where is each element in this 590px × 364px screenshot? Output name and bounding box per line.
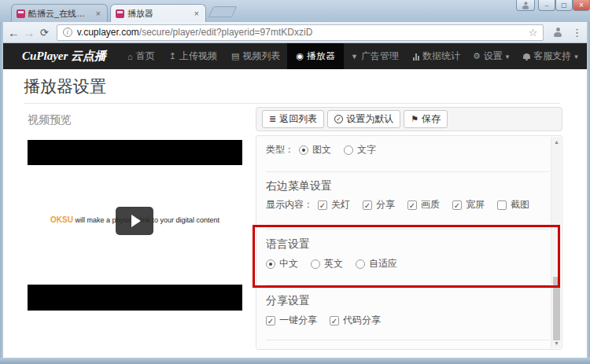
checkbox-icon[interactable]: [363, 200, 372, 210]
save-button[interactable]: ⚑ 保存: [404, 110, 448, 128]
site-logo[interactable]: CuPlayer 云点播: [0, 49, 120, 64]
letterbox-top: [28, 140, 242, 165]
checkbox-icon[interactable]: [330, 316, 339, 325]
video-preview: OKSU will make a physical link to your d…: [28, 132, 242, 350]
profile-button[interactable]: [516, 0, 535, 11]
nav-item-upload[interactable]: ↥ 上传视频: [162, 43, 224, 69]
site-navbar: CuPlayer 云点播 ⌂ 首页 ↥ 上传视频 ▤ 视频列表 ◉ 播放器 ▼ …: [0, 43, 590, 69]
display-content-label: 显示内容：: [266, 198, 313, 211]
url-path: /secure/player/edit?playerid=97mtKDxziD: [139, 27, 312, 38]
person-icon: [522, 2, 529, 9]
radio-option-zishiying[interactable]: 自适应: [356, 257, 397, 270]
language-title: 语言设置: [266, 237, 310, 252]
navbar-right: ⚙ 设置 ▾ 客服支持 ▾ 3048646311@qq... ▾: [467, 43, 590, 69]
checkbox-option-jietu[interactable]: 截图: [497, 198, 529, 211]
radio-icon[interactable]: [344, 145, 353, 155]
checkbox-option-huazhi[interactable]: 画质: [407, 198, 440, 211]
browser-tab-1[interactable]: 酷播云_在线视频全终端… ×: [11, 4, 108, 22]
checkbox-option-fenxiang[interactable]: 分享: [363, 198, 395, 211]
window-titlebar: 酷播云_在线视频全终端… × 播放器 × – ▢ ×: [0, 0, 590, 22]
play-button[interactable]: [116, 207, 153, 235]
right-menu-row: 显示内容： 关灯 分享 画质 宽屏 截图: [266, 198, 537, 211]
radio-icon[interactable]: [266, 259, 275, 269]
radio-option-zhongwen[interactable]: 中文: [266, 257, 298, 270]
checkbox-icon[interactable]: [452, 200, 462, 210]
window-edge: [0, 22, 3, 358]
browser-tab-2[interactable]: 播放器 ×: [110, 4, 206, 22]
back-icon[interactable]: ←: [6, 26, 21, 39]
share-title: 分享设置: [266, 294, 310, 308]
divider: [266, 285, 549, 285]
radio-icon[interactable]: [356, 259, 365, 269]
set-default-button[interactable]: ✓ 设置为默认: [327, 110, 400, 128]
window-edge: [587, 22, 590, 358]
ok-circle-icon: ✓: [334, 115, 343, 123]
checkbox-option-yijianfenxiang[interactable]: 一键分享: [266, 314, 317, 327]
radio-option-tuwen[interactable]: 图文: [299, 143, 331, 156]
back-to-list-button[interactable]: ≣ 返回列表: [262, 110, 324, 128]
type-label: 类型：: [266, 143, 294, 156]
chevron-down-icon: ▾: [574, 53, 578, 61]
url-host: v.cuplayer.com: [77, 27, 139, 38]
checkbox-option-kuanping[interactable]: 宽屏: [452, 198, 485, 211]
nav-item-support[interactable]: 客服支持 ▾: [518, 43, 584, 69]
bell-icon: [523, 53, 530, 61]
profile-icon[interactable]: [553, 28, 562, 37]
radio-option-wenzi[interactable]: 文字: [344, 143, 376, 156]
bookmark-star-icon[interactable]: ☆: [529, 27, 538, 39]
browser-toolbar: ← → ⟳ i v.cuplayer.com/secure/player/edi…: [0, 22, 590, 43]
nav-item-ads[interactable]: ▼ 广告管理: [344, 43, 406, 69]
checkbox-option-guangdeng[interactable]: 关灯: [318, 198, 350, 211]
settings-panel: 类型： 图文 文字 右边菜单设置 显示内容： 关灯 分享: [256, 135, 562, 350]
panel-action-bar: ≣ 返回列表 ✓ 设置为默认 ⚑ 保存: [256, 107, 562, 131]
letterbox-bottom: [28, 285, 242, 311]
tab-title: 酷播云_在线视频全终端…: [28, 8, 91, 20]
nav-item-player[interactable]: ◉ 播放器: [287, 43, 344, 69]
browser-window: 酷播云_在线视频全终端… × 播放器 × – ▢ × ← → ⟳ i v.cup…: [0, 0, 590, 364]
reload-icon[interactable]: ⟳: [36, 27, 51, 39]
divider: [266, 340, 549, 340]
radio-icon[interactable]: [299, 145, 308, 155]
nav-item-settings[interactable]: ⚙ 设置 ▾: [467, 43, 514, 69]
scrollbar-thumb[interactable]: [553, 277, 560, 340]
site-favicon: [17, 9, 25, 18]
checkbox-icon[interactable]: [266, 316, 275, 325]
nav-item-home[interactable]: ⌂ 首页: [120, 43, 162, 69]
tab-close-icon[interactable]: ×: [94, 9, 102, 18]
right-menu-title: 右边菜单设置: [266, 179, 332, 193]
language-row: 中文 英文 自适应: [266, 257, 405, 270]
checkbox-icon[interactable]: [318, 200, 327, 210]
maximize-button[interactable]: ▢: [555, 0, 573, 11]
checkbox-icon[interactable]: [497, 200, 507, 210]
radio-option-yingwen[interactable]: 英文: [311, 257, 343, 270]
info-icon[interactable]: i: [63, 28, 72, 37]
preview-label: 视频预览: [28, 113, 72, 127]
minimize-button[interactable]: –: [538, 0, 555, 11]
checkbox-icon[interactable]: [407, 200, 417, 210]
gear-icon: ⚙: [473, 51, 481, 61]
scroll-up-icon[interactable]: ▲: [551, 137, 562, 147]
title-divider: [24, 103, 560, 104]
new-tab-button[interactable]: [208, 6, 238, 17]
home-icon: ⌂: [127, 52, 133, 61]
chevron-down-icon: ▾: [506, 53, 510, 61]
radio-icon[interactable]: [311, 259, 320, 269]
tab-close-icon[interactable]: ×: [193, 9, 201, 18]
forward-icon[interactable]: →: [21, 26, 36, 39]
flag-icon: ⚑: [411, 114, 419, 124]
address-bar[interactable]: i v.cuplayer.com/secure/player/edit?play…: [57, 24, 544, 41]
divider: [266, 229, 549, 230]
checkbox-option-daimafenxiang[interactable]: 代码分享: [330, 314, 381, 327]
menu-dots-icon[interactable]: ⋮: [572, 27, 582, 39]
divider: [266, 171, 549, 172]
nav-item-video-list[interactable]: ▤ 视频列表: [224, 43, 287, 69]
list-icon: ≣: [269, 114, 276, 124]
window-edge: [0, 358, 590, 364]
nav-item-stats[interactable]: 数据统计: [406, 43, 467, 69]
scroll-down-icon[interactable]: ▼: [551, 338, 562, 348]
video-list-icon: ▤: [231, 51, 239, 61]
share-row: 一键分享 代码分享: [266, 314, 389, 327]
panel-scrollbar[interactable]: ▲ ▼: [551, 137, 561, 348]
close-button[interactable]: ×: [573, 0, 590, 11]
upload-icon: ↥: [169, 51, 176, 61]
